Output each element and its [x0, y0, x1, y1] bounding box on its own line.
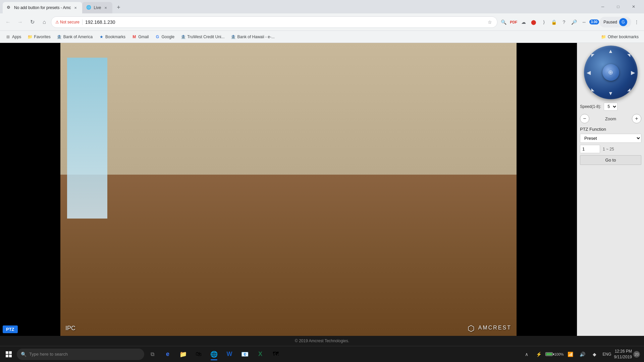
black-bar-right [517, 43, 577, 336]
room-scene [0, 43, 577, 336]
minimize-button[interactable]: ─ [595, 1, 610, 12]
preset-number-input[interactable] [580, 145, 600, 153]
taskbar-excel[interactable]: X [253, 347, 268, 362]
battery-percent: 100% [554, 352, 564, 356]
qr-extension-icon[interactable]: 🔍 [499, 17, 508, 27]
taskbar-search-bar[interactable]: 🔍 Type here to search [17, 349, 144, 360]
misc-extension-icon[interactable]: ↔ [579, 17, 589, 27]
task-view-button[interactable]: ⧉ [145, 347, 160, 362]
dropbox-icon[interactable]: ◆ [589, 349, 600, 360]
bookmark-apps[interactable]: ⊞ Apps [3, 33, 24, 41]
paused-label: Paused [603, 20, 617, 24]
taskbar-apps: e 📁 🛍 🌐 W 📧 X 🗺 [160, 347, 283, 362]
chrome-menu-button[interactable]: ⋮ [632, 17, 641, 27]
ptz-downright-button[interactable]: ◢ [627, 87, 630, 92]
refresh-button[interactable]: ↻ [27, 17, 38, 27]
preset-input-row: 1 ~ 25 [580, 145, 641, 153]
taskbar-outlook[interactable]: 📧 [237, 347, 252, 362]
bookmark-gmail-label: Gmail [138, 35, 149, 39]
bookmarks-icon: ★ [99, 34, 104, 40]
bookmark-boa-label: Bank of America [63, 35, 93, 39]
lastpass-extension-icon[interactable]: ⬤ [529, 17, 538, 27]
taskbar-edge[interactable]: e [160, 347, 175, 362]
ptz-toggle-button[interactable]: PTZ [3, 325, 18, 333]
clock-date: 9/11/2019 [614, 354, 632, 360]
network-icon[interactable]: 📶 [565, 349, 576, 360]
ptz-up-button[interactable]: ▲ [608, 48, 613, 54]
pdf-extension-icon[interactable]: PDF [509, 17, 518, 27]
tab-inactive[interactable]: 🌐 Live ✕ [82, 2, 112, 13]
volume-icon[interactable]: 🔊 [577, 349, 588, 360]
ptz-upleft-button[interactable]: ◤ [591, 53, 594, 58]
speed-select[interactable]: 1 2 3 4 5 6 7 8 [604, 103, 618, 111]
taskbar-maps[interactable]: 🗺 [268, 347, 283, 362]
language-indicator[interactable]: ENG [601, 351, 613, 358]
address-icons: ☆ [486, 19, 493, 25]
taskbar-chrome[interactable]: 🌐 [207, 347, 221, 362]
help-extension-icon[interactable]: ? [559, 17, 569, 27]
taskbar-file-explorer[interactable]: 📁 [176, 347, 191, 362]
tab-close-2[interactable]: ✕ [103, 5, 108, 10]
security-warning: ⚠ Not secure [55, 20, 79, 24]
browser-frame: ⚙ No add button for presets - Amc ✕ 🌐 Li… [0, 0, 644, 362]
tab-active[interactable]: ⚙ No add button for presets - Amc ✕ [3, 2, 82, 13]
ptz-left-button[interactable]: ◀ [587, 69, 591, 76]
other-bookmarks[interactable]: 📁 Other bookmarks [598, 33, 641, 41]
bookmark-truwest[interactable]: 🏦 TruWest Credit Uni... [178, 33, 227, 41]
ptz-joystick[interactable]: ▲ ▼ ◀ ▶ ◤ ◥ ◣ ◢ ⊕ [584, 46, 638, 99]
tab-close-1[interactable]: ✕ [73, 5, 78, 10]
bookmark-bookmarks[interactable]: ★ Bookmarks [96, 33, 128, 41]
bookmark-favorites[interactable]: 📁 Favorites [24, 33, 53, 41]
boa-icon: 🏦 [57, 34, 62, 40]
forward-extension-icon[interactable]: ⟩ [539, 17, 548, 27]
battery-bar [545, 352, 553, 356]
ptz-down-button[interactable]: ▼ [608, 90, 613, 97]
start-button[interactable] [1, 347, 16, 362]
user-avatar: G [619, 18, 627, 26]
other-bookmarks-icon: 📁 [601, 34, 606, 40]
warning-icon: ⚠ [55, 20, 59, 24]
ptz-right-button[interactable]: ▶ [631, 69, 635, 76]
bookmark-boa[interactable]: 🏦 Bank of America [54, 33, 95, 41]
boh-icon: 🏦 [231, 34, 236, 40]
address-bar[interactable]: ⚠ Not secure 192.168.1.230 ☆ [51, 16, 497, 28]
tab-label-1: No add button for presets - Amc [14, 5, 71, 10]
taskbar-store[interactable]: 🛍 [191, 347, 206, 362]
bookmark-boh[interactable]: 🏦 Bank of Hawaii - e-... [228, 33, 277, 41]
bookmark-google[interactable]: G Google [152, 33, 177, 41]
maximize-button[interactable]: □ [610, 1, 626, 12]
back-button[interactable]: ← [3, 17, 13, 27]
new-tab-button[interactable]: + [114, 3, 123, 12]
ptz-upright-button[interactable]: ◥ [627, 53, 630, 58]
bookmark-gmail[interactable]: M Gmail [129, 33, 151, 41]
lock-extension-icon[interactable]: 🔒 [549, 17, 558, 27]
close-button[interactable]: ✕ [626, 1, 641, 12]
goto-button[interactable]: Go to [580, 155, 641, 165]
hidden-icons-button[interactable]: ∧ [521, 349, 532, 360]
speed-label: Speed(1-8): [580, 104, 601, 109]
ptz-joystick-center[interactable]: ⊕ [602, 64, 619, 81]
task-view-icon: ⧉ [151, 351, 154, 357]
bookmark-star-button[interactable]: ☆ [486, 19, 493, 25]
zoom-extension-icon[interactable]: 🔎 [569, 17, 579, 27]
ptz-downleft-button[interactable]: ◣ [591, 87, 594, 92]
paused-button[interactable]: Paused G [599, 17, 631, 27]
notification-badge[interactable]: 20 [633, 351, 640, 358]
ptz-panel: ▲ ▼ ◀ ▶ ◤ ◥ ◣ ◢ ⊕ Speed(1-8): 1 [577, 43, 644, 336]
forward-button[interactable]: → [15, 17, 25, 27]
taskbar-word[interactable]: W [222, 347, 237, 362]
cloud-extension-icon[interactable]: ☁ [519, 17, 528, 27]
home-button[interactable]: ⌂ [39, 17, 50, 27]
clock-time: 12:26 PM [614, 349, 632, 354]
extensions-badge[interactable]: 3.00 [589, 17, 599, 27]
address-divider [82, 19, 83, 25]
apps-icon: ⊞ [5, 34, 11, 40]
zoom-plus-button[interactable]: + [632, 114, 641, 123]
system-clock[interactable]: 12:26 PM 9/11/2019 [614, 349, 632, 360]
room-floor [60, 175, 517, 336]
preset-type-select[interactable]: Preset Tour Pattern [580, 134, 641, 143]
bookmark-boh-label: Bank of Hawaii - e-... [237, 35, 275, 39]
bookmark-favorites-label: Favorites [34, 35, 50, 39]
favorites-icon: 📁 [27, 34, 33, 40]
zoom-minus-button[interactable]: − [580, 114, 589, 123]
